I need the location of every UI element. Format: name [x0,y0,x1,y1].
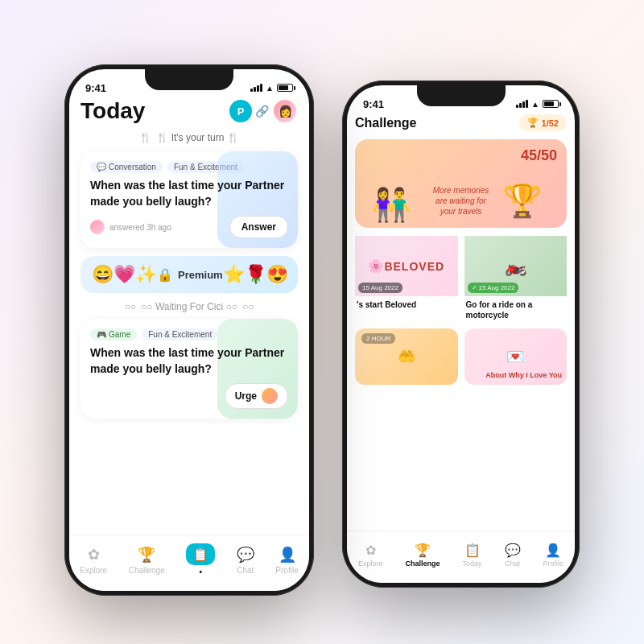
p2-chat-label: Chat [505,559,520,568]
fork-icon-left: 🍴 [139,132,151,143]
p1-nav-today[interactable]: 📋 • [186,543,215,576]
phone-2-small-grid: 2 HOUR 🤲 💌 About Why I Love You [355,328,567,385]
p2-challenge-icon: 🏆 [415,543,431,558]
conversation-tag: 💬 Conversation [90,161,163,173]
urge-avatar [262,388,278,404]
love-card-image: 💌 About Why I Love You [464,328,568,385]
phone-2-header: Challenge 🏆 1/52 [355,114,567,131]
p1-nav-chat[interactable]: 💬 Chat [237,546,254,575]
challenge-hero: 45/50 More memoriesare waiting foryour t… [355,139,567,228]
phone-2-wifi-icon: ▲ [531,100,539,109]
phone-2-activities-grid: 🌸 BELOVED 15 Aug 2022 's start Beloved 🏍… [355,236,567,320]
phone-1-signal [250,84,262,92]
phone-1-battery [277,84,293,92]
beloved-label: 's start Beloved [355,299,458,310]
p2-chat-icon: 💬 [505,543,521,558]
p2-profile-label: Profile [543,559,564,568]
beloved-card[interactable]: 🌸 BELOVED 15 Aug 2022 's start Beloved [355,236,458,320]
p1-nav-profile[interactable]: 👤 Profile [275,546,298,575]
p2-nav-chat[interactable]: 💬 Chat [505,543,521,568]
hour-label: 2 HOUR [361,333,395,344]
premium-emoji-sparkle: ✨ [135,264,157,285]
couple-icon: 👫 [371,186,411,224]
p1-chat-label: Chat [237,566,254,575]
phone-1-header: Today P 🔗 👩 [80,98,298,124]
question-card-1: 💬 Conversation Fun & Excitement When was… [80,151,298,248]
game-tag: 🎮 Game [90,328,137,341]
phone-1-screen: 9:41 ▲ Today P 🔗 [69,69,309,591]
p1-profile-label: Profile [275,566,298,575]
waiting-text: ○○ Waiting For Cici ○○ [141,301,237,312]
p2-today-label: Today [462,559,481,568]
answer-button[interactable]: Answer [229,216,288,238]
turn-text: 🍴 It's your turn 🍴 [156,132,238,143]
p2-challenge-label: Challenge [405,559,440,568]
p1-today-icon: 📋 [186,543,215,565]
fun-tag-2: Fun & Excitement [142,328,218,341]
p2-nav-explore[interactable]: ✿ Explore [358,543,383,568]
trophy-large-icon: 🏆 [502,182,543,220]
p2-nav-profile[interactable]: 👤 Profile [543,543,564,568]
card-1-question: When was the last time your Partner made… [90,178,288,209]
love-card-label: About Why I Love You [485,371,562,380]
p1-profile-icon: 👤 [279,546,296,564]
beloved-date: 15 Aug 2022 [358,283,402,293]
p1-nav-explore[interactable]: ✿ Explore [80,546,107,575]
phone-1-bottom-nav: ✿ Explore 🏆 Challenge 📋 • 💬 Chat 👤 [69,535,309,591]
game-tag-icon: 🎮 [97,330,106,339]
urge-label: Urge [235,390,257,402]
phone-2-notch [417,85,506,106]
premium-label: 🔒 Premium [157,267,223,283]
card-2-footer: Urge [90,383,288,409]
conversation-tag-label: Conversation [109,163,156,171]
phone-1-wifi-icon: ▲ [266,84,274,93]
love-card[interactable]: 💌 About Why I Love You [464,328,568,385]
p2-nav-today[interactable]: 📋 Today [462,543,481,568]
p1-challenge-icon: 🏆 [138,546,155,564]
motorcycle-card[interactable]: 🏍️ ✓ 15 Aug 2022 Go for a ride on a moto… [464,236,568,320]
answered-text: answered 3h ago [109,223,171,232]
game-tag-label: Game [109,330,130,339]
conversation-tag-icon: 💬 [97,163,106,171]
phone-2: 9:41 ▲ Challenge 🏆 1/52 [342,80,580,588]
p1-challenge-label: Challenge [129,566,165,575]
p1-nav-challenge[interactable]: 🏆 Challenge [129,546,165,575]
challenge-count: 45/50 [521,147,557,164]
partner-initial-badge: P [229,100,252,122]
p2-today-icon: 📋 [464,543,481,558]
phone-1-notch [145,69,233,90]
card-1-footer: answered 3h ago Answer [90,216,288,238]
urge-button[interactable]: Urge [225,383,288,409]
p1-explore-icon: ✿ [88,546,100,564]
premium-text: Premium [178,269,223,281]
hour-card[interactable]: 2 HOUR 🤲 [355,328,458,385]
link-icon: 🔗 [255,105,269,118]
phone-1-avatars: P 🔗 👩 [229,98,298,124]
phone-1-time: 9:41 [85,82,106,94]
phone-1: 9:41 ▲ Today P 🔗 [64,64,314,596]
premium-banner[interactable]: 😄 💗 ✨ 🔒 Premium ⭐ 🌹 😍 [80,256,298,293]
phone-2-content: Challenge 🏆 1/52 45/50 More memoriesare … [347,114,575,530]
beloved-card-image: 🌸 BELOVED 15 Aug 2022 [355,236,458,296]
phone-2-status-icons: ▲ [516,100,559,109]
challenge-note: More memoriesare waiting foryour travels [433,185,489,217]
p2-nav-challenge[interactable]: 🏆 Challenge [405,543,440,568]
p1-today-label: • [200,568,203,576]
phone-2-time: 9:41 [363,98,384,110]
p2-explore-icon: ✿ [365,543,376,558]
hour-card-image: 2 HOUR 🤲 [355,328,458,385]
phone-2-screen: 9:41 ▲ Challenge 🏆 1/52 [347,85,575,583]
premium-emoji-star: ⭐ [223,264,245,285]
p1-explore-label: Explore [80,566,107,575]
user-avatar: 👩 [272,98,298,124]
motorcycle-label: Go for a ride on a motorcycle [464,299,568,320]
trophy-count: 1/52 [542,118,559,128]
trophy-count-badge: 🏆 1/52 [519,114,567,131]
phone-2-battery [543,100,559,108]
turn-label: 🍴 🍴 It's your turn 🍴 [80,132,298,143]
card-2-question: When was the last time your Partner made… [90,345,288,377]
premium-emoji-rose: 🌹 [245,264,266,285]
motorcycle-card-image: 🏍️ ✓ 15 Aug 2022 [464,236,568,296]
phone-1-content: Today P 🔗 👩 🍴 🍴 It's your turn 🍴 [69,98,309,535]
p2-profile-icon: 👤 [545,543,561,558]
